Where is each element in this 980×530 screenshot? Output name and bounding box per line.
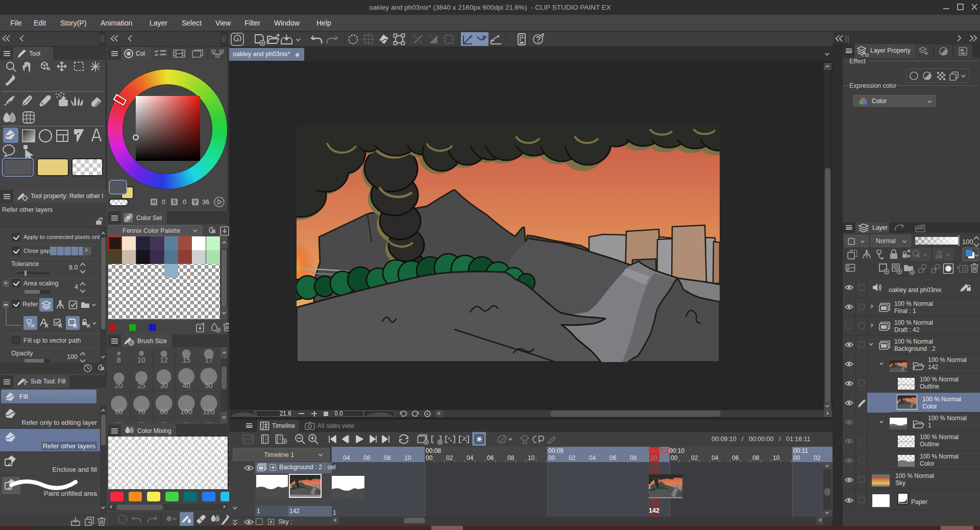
svg-text:50: 50 [205,381,213,390]
svg-text:100: 100 [180,407,192,416]
svg-text:15: 15 [182,356,190,364]
svg-text:120: 120 [203,407,215,416]
svg-text:70: 70 [137,407,145,416]
svg-text:x: x [862,54,864,57]
svg-text:25: 25 [137,381,145,390]
svg-text:60: 60 [115,407,123,416]
svg-text:17: 17 [205,356,213,364]
svg-text:30: 30 [160,381,168,390]
svg-text:20: 20 [115,381,123,390]
svg-text:12: 12 [160,356,168,364]
svg-text:10: 10 [137,356,145,364]
svg-text:40: 40 [182,381,190,390]
svg-text:8: 8 [117,356,121,364]
svg-text:80: 80 [160,407,168,416]
